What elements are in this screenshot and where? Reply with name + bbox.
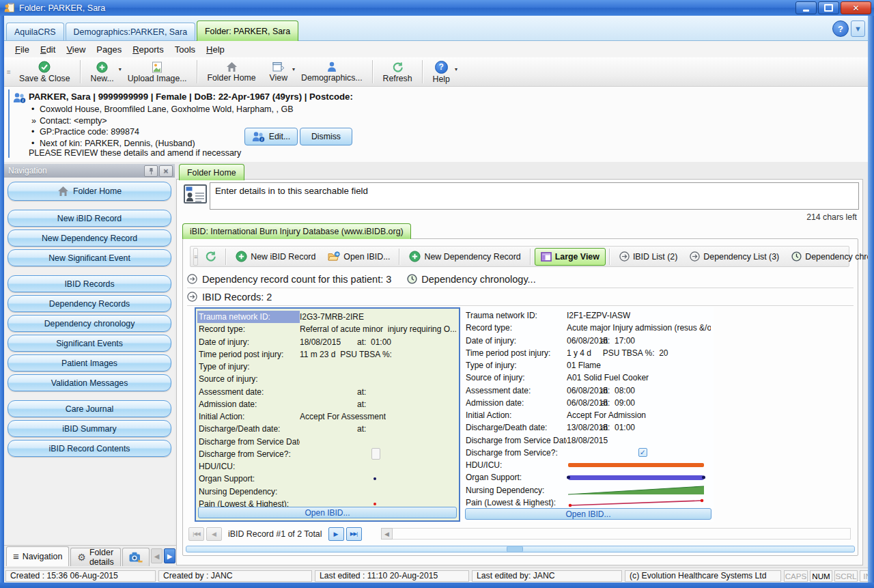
sidebar-item-new-ibid-record[interactable]: New iBID Record <box>8 210 171 227</box>
folder-home-panel: Enter details in to this searchable fiel… <box>176 179 863 565</box>
panel-tab-navigation[interactable]: ≡Navigation <box>6 546 69 566</box>
status-segment: (c) Evolution Healthcare Systems Ltd <box>625 570 781 582</box>
scroll-left-arrow[interactable]: ◀ <box>151 548 163 563</box>
folder-home-tab[interactable]: Folder Home <box>179 164 244 180</box>
panel-tab-label: Folder details <box>89 548 114 567</box>
chevron-down-icon[interactable]: ▼ <box>851 20 865 37</box>
ibid-toolbar-open-ibid-button[interactable]: Open IBID... <box>322 249 395 265</box>
open-ibid-button[interactable]: Open IBID... <box>465 508 711 520</box>
scrollbar-thumb[interactable] <box>507 546 523 552</box>
ibid-record-card-1[interactable]: Trauma network ID:I2G3-7MRB-2IRERecord t… <box>195 307 460 522</box>
ibid-toolbar-ibid-list-2-button[interactable]: IBID List (2) <box>614 249 683 265</box>
checkbox-indeterminate[interactable] <box>371 448 380 460</box>
panel-tab-camera[interactable] <box>122 548 150 566</box>
toolbar-button-help[interactable]: ?Help▾ <box>426 58 457 86</box>
dismiss-button[interactable]: Dismiss <box>300 128 352 145</box>
menu-item-help[interactable]: Help <box>201 43 230 56</box>
panel-tab-folder-details[interactable]: ⚙Folder details <box>70 548 121 566</box>
help-circle-icon: ? <box>435 61 448 74</box>
indicator-dot <box>373 477 376 480</box>
menu-item-reports[interactable]: Reports <box>127 43 169 56</box>
ibid-database-tab[interactable]: iBID: International Burn Injury Database… <box>182 223 411 239</box>
ibid-toolbar-refresh-button[interactable] <box>199 249 222 265</box>
app-tab-aquilacrs[interactable]: AquilaCRS <box>6 23 64 40</box>
check-circle-icon <box>38 61 51 73</box>
ibid-record-card-2[interactable]: Trauma network ID:I2F1-EZPV-IASWRecord t… <box>463 307 714 522</box>
record-field-label: Record type: <box>466 323 567 333</box>
record-row: Trauma network ID:I2G3-7MRB-2IRE <box>199 311 456 323</box>
sidebar-item-new-significant-event[interactable]: New Significant Event <box>8 249 171 266</box>
scroll-right-arrow[interactable]: ▶ <box>164 548 175 563</box>
patient-detail-text: Next of kin: PARKER, Dennis, (Husband) <box>40 139 195 148</box>
menu-item-view[interactable]: View <box>61 43 91 56</box>
sidebar-item-care-journal[interactable]: Care Journal <box>8 400 171 417</box>
nav-group: Folder Home <box>8 182 171 201</box>
close-button[interactable]: ✕ <box>841 1 871 14</box>
minimize-icon <box>803 10 809 12</box>
dependency-chronology-link[interactable]: Dependency chronology... <box>407 274 535 285</box>
first-record-button[interactable]: |◀◀ <box>188 527 204 541</box>
toolbar-button-folder-home[interactable]: Folder Home <box>201 58 263 86</box>
sidebar-item-dependency-chronology[interactable]: Dependency chronology <box>8 315 171 332</box>
toolbar-grip-icon[interactable]: ≡ <box>5 61 12 82</box>
menu-item-edit[interactable]: Edit <box>35 43 61 56</box>
checkbox-checked[interactable] <box>638 448 647 457</box>
toolbar-separator <box>225 249 227 265</box>
ibid-toolbar-new-dependency-record-button[interactable]: New Dependency Record <box>404 249 526 265</box>
patient-detail-line: •Coxwold House, Broomfiled Lane, Goxholm… <box>31 104 293 115</box>
toolbar-button-save-close[interactable]: Save & Close <box>12 58 77 86</box>
plus-circle-icon <box>236 251 247 262</box>
search-input[interactable]: Enter details in to this searchable fiel… <box>210 182 859 210</box>
horizontal-scrollbar[interactable] <box>186 546 855 552</box>
record-field-label: Record type: <box>199 324 300 334</box>
dropdown-arrow-icon[interactable]: ▾ <box>455 66 457 72</box>
record-field-at: at: 08:00 <box>601 386 635 395</box>
scrollbar-left-arrow[interactable]: ◀ <box>381 528 393 540</box>
open-ibid-button[interactable]: Open IBID... <box>198 507 457 518</box>
menu-item-file[interactable]: File <box>10 43 35 56</box>
toolbar-button-upload-image[interactable]: Upload Image... <box>121 58 194 86</box>
status-bar: Created : 15:36 06-Aug-2015Created by : … <box>4 568 868 583</box>
ibid-toolbar-dependency-chronology-button[interactable]: Dependency chronology... <box>786 249 874 265</box>
sidebar-item-new-dependency-record[interactable]: New Dependency Record <box>8 229 171 247</box>
sidebar-item-dependency-records[interactable]: Dependency Records <box>8 295 171 312</box>
scrollbar-track[interactable] <box>393 528 851 540</box>
ibid-toolbar-grip-icon[interactable]: ≡ <box>193 248 198 266</box>
panel-close-button[interactable]: ✕ <box>159 165 173 177</box>
sidebar-item-ibid-record-contents[interactable]: iBID Record Contents <box>8 440 171 457</box>
tab-scroll-arrows: ◀ ▶ <box>151 548 177 566</box>
sidebar-item-ibid-records[interactable]: IBID Records <box>8 275 171 292</box>
window-border-bottom <box>0 583 874 588</box>
sidebar-item-validation-messages[interactable]: Validation Messages <box>8 374 171 391</box>
sidebar-item-significant-events[interactable]: Significant Events <box>8 335 171 352</box>
sidebar-item-patient-images[interactable]: Patient Images <box>8 354 171 372</box>
sidebar-item-label: Folder Home <box>73 186 122 196</box>
pager-scrollbar[interactable]: ◀ <box>381 528 851 540</box>
ibid-toolbar-new-ibid-record-button[interactable]: New iBID Record <box>230 249 321 265</box>
toolbar-button-refresh[interactable]: Refresh <box>376 58 419 86</box>
help-circle-button[interactable]: ? <box>832 20 849 37</box>
app-tab-folder-parker-sara[interactable]: Folder: PARKER, Sara <box>197 20 298 41</box>
pin-button[interactable] <box>144 165 158 177</box>
toolbar-button-new[interactable]: New...▾ <box>84 58 121 86</box>
toolbar-separator <box>197 60 198 83</box>
app-tab-bar: AquilaCRSDemographics:PARKER, SaraFolder… <box>4 16 868 41</box>
sidebar-item-ibid-summary[interactable]: iBID Summary <box>8 420 171 437</box>
minimize-button[interactable] <box>795 1 817 14</box>
next-record-button[interactable]: ▶ <box>328 527 344 541</box>
previous-record-button[interactable]: ◀ <box>206 527 222 541</box>
maximize-button[interactable] <box>818 1 839 14</box>
clock-icon <box>407 274 417 284</box>
ibid-toolbar-dependency-list-3-button[interactable]: Dependency List (3) <box>684 249 785 265</box>
sidebar-item-label: iBID Summary <box>62 424 116 434</box>
menu-item-tools[interactable]: Tools <box>169 43 201 56</box>
ibid-toolbar-large-view-button[interactable]: Large View <box>535 248 606 266</box>
app-tab-demographics-parker-sara[interactable]: Demographics:PARKER, Sara <box>66 23 195 40</box>
sidebar-item-folder-home[interactable]: Folder Home <box>8 182 171 201</box>
toolbar-button-view[interactable]: View▾ <box>263 58 294 86</box>
record-row: HDU/ICU: <box>466 459 711 471</box>
toolbar-button-demographics[interactable]: Demographics... <box>294 58 369 86</box>
menu-item-pages[interactable]: Pages <box>91 43 127 56</box>
last-record-button[interactable]: ▶▶| <box>346 527 362 541</box>
edit-button[interactable]: i Edit... <box>244 128 298 145</box>
